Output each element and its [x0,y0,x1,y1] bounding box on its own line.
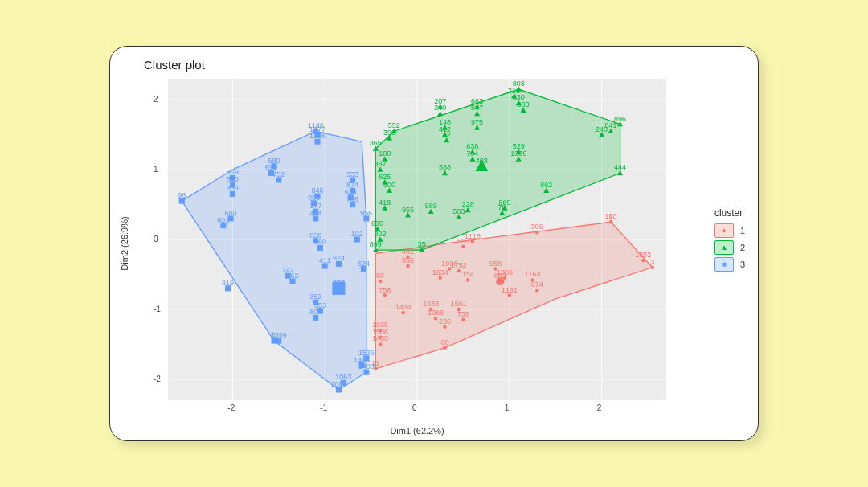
point-label: 680 [225,209,237,217]
point-label: 1634 [432,268,448,276]
point-label: 1068 [428,309,444,317]
x-tick: -2 [227,403,235,412]
legend-swatch-1: ● [714,223,734,238]
point-label: 752 [272,170,285,178]
point-label: 956 [402,256,414,264]
point-label: 742 [282,266,294,274]
point-label: 207 [434,97,446,105]
point-label: 411 [319,256,331,264]
plot-svg: 8624829568075614241935150614381160163810… [168,79,666,400]
point-label: 1477 [309,125,326,133]
point-label: 983 [518,100,530,108]
point-label: 663 [471,97,483,105]
point-label: 680 [371,219,383,227]
point-label: 955 [402,206,414,214]
point-label: 828 [333,279,345,287]
point-cluster-1 [503,276,506,280]
point-label: 638 [466,142,478,150]
point-label: 444 [614,163,626,171]
point-label: 989 [425,202,437,210]
point-label: 1 [609,212,613,220]
point-label: 60 [440,338,448,346]
point-cluster-1 [535,231,538,234]
point-label: 524 [358,260,370,268]
point-label: 1063 [335,373,351,381]
point-label: 80 [376,272,384,280]
point-cluster-1 [379,342,382,346]
point-label: 1163 [525,270,541,278]
point-label: 418 [379,198,391,207]
y-tick: 0 [154,235,158,244]
legend-row-1: ● 1 [714,223,745,238]
point-cluster-1 [609,220,612,223]
point-cluster-1 [466,278,469,281]
point-label: 846 [311,186,323,194]
point-label: 333 [346,170,358,178]
point-label: 1405 [358,362,375,370]
point-cluster-1 [434,317,437,320]
x-tick: -1 [320,403,327,412]
point-cluster-1 [443,346,446,350]
page-title: Cluster plot [144,58,205,72]
point-label: 674 [531,280,543,289]
point-label: 154 [462,270,474,278]
point-cluster-1 [402,311,405,314]
y-axis-label: Dim2 (26.9%) [120,216,129,270]
point-label: 738 [457,310,469,318]
legend-label-3: 3 [740,260,745,269]
x-tick: 2 [597,403,602,412]
legend-swatch-2: ▲ [714,240,734,255]
point-label: 756 [379,286,391,294]
point-cluster-1 [461,244,465,248]
point-label: 601 [217,216,229,224]
x-tick: 1 [505,403,510,412]
point-label: 552 [388,121,400,129]
point-label: 1336 [510,149,526,158]
point-cluster-1 [471,239,474,243]
point-label: 1438 [372,334,388,342]
point-label: 766 [346,195,358,203]
point-label: 583 [457,237,469,245]
point-label: 819 [222,279,234,287]
point-cluster-1 [651,266,654,269]
y-tick: 1 [154,165,158,174]
point-cluster-1 [461,318,465,321]
point-label: 403 [476,157,488,165]
point-label: 454 [309,209,321,217]
point-label: 1638 [423,300,439,308]
point-cluster-1 [535,289,538,292]
legend-row-2: ▲ 2 [714,240,745,255]
chart-card: Cluster plot 862482956807561424193515061… [109,46,759,441]
point-label: 699 [265,163,277,171]
legend-label-2: 2 [740,243,745,252]
point-label: 958 [489,260,502,268]
point-label: 102 [351,230,363,238]
point-label: 35 [418,240,426,248]
point-label: 583 [452,207,465,215]
point-label: 588 [439,163,451,171]
point-label: 841 [605,121,617,129]
point-label: 1191 [502,286,518,294]
plot-area: 8624829568075614241935150614381160163810… [168,79,666,400]
legend-row-3: ■ 3 [714,257,745,272]
point-cluster-1 [383,293,387,297]
x-axis-label: Dim1 (62.2%) [390,426,444,436]
point-label: 975 [471,118,483,126]
point-cluster-1 [443,325,446,328]
point-label: 625 [379,173,391,181]
x-tick: 0 [412,403,417,412]
point-label: 1752 [451,261,467,269]
point-label: 148 [439,118,451,126]
point-label: 70 [498,203,506,211]
point-cluster-1 [439,276,442,280]
point-cluster-1 [406,264,409,268]
point-label: 530 [227,175,239,183]
point-label: 482 [402,248,414,256]
point-label: 956 [360,209,372,217]
point-label: 96 [178,191,186,199]
point-cluster-1 [379,280,382,283]
point-label: 3 [650,258,654,266]
point-label: 760 [314,238,326,246]
legend-title: cluster [714,207,745,219]
point-cluster-1 [457,269,460,272]
